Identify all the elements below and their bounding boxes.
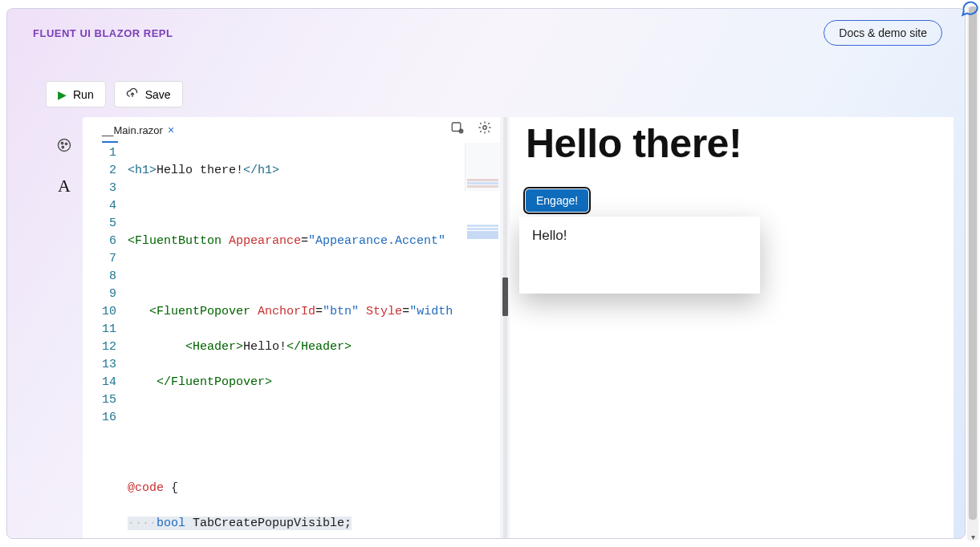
toolbar: ▶ Run Save	[46, 81, 965, 107]
close-icon[interactable]: ×	[168, 124, 174, 136]
editor-pane: __Main.razor × 1 2 3	[83, 117, 500, 538]
svg-point-1	[61, 142, 63, 144]
app-frame: FLUENT UI BLAZOR REPL Docs & demo site ▶…	[6, 8, 966, 539]
chat-bubble-icon[interactable]	[959, 0, 980, 21]
svg-point-2	[65, 143, 67, 144]
svg-point-0	[59, 140, 71, 152]
brand-title: FLUENT UI BLAZOR REPL	[33, 27, 173, 39]
run-button[interactable]: ▶ Run	[46, 81, 106, 107]
tab-actions	[450, 120, 492, 138]
workarea: A __Main.razor ×	[46, 117, 954, 538]
preview-heading: Hello there!	[526, 120, 937, 167]
splitter-handle[interactable]	[502, 278, 508, 316]
header: FLUENT UI BLAZOR REPL Docs & demo site	[7, 9, 965, 46]
palette-icon[interactable]	[56, 137, 72, 156]
preview-pane: Hello there! Engage! Hello!	[510, 117, 954, 538]
save-label: Save	[145, 88, 171, 101]
scrollbar-thumb[interactable]	[969, 6, 977, 520]
popover-header: Hello!	[532, 228, 747, 244]
left-rail: A	[46, 117, 83, 538]
save-button[interactable]: Save	[114, 81, 183, 107]
code-editor[interactable]: 1 2 3 4 5 6 7 8 9 10 11 12 13 14 15 16	[83, 143, 500, 538]
engage-button[interactable]: Engage!	[526, 189, 588, 212]
popover: Hello!	[519, 217, 760, 294]
scroll-down-icon[interactable]: ▾	[967, 531, 978, 542]
code-body[interactable]: <h1>Hello there!</h1> <FluentButton Appe…	[128, 143, 500, 538]
svg-point-6	[483, 126, 487, 130]
tab-filename: __Main.razor	[102, 124, 163, 136]
tab-active-underline	[102, 141, 118, 143]
play-icon: ▶	[58, 88, 67, 101]
pane-splitter[interactable]	[500, 117, 510, 538]
file-tab[interactable]: __Main.razor ×	[97, 120, 179, 140]
letter-a-icon[interactable]: A	[58, 176, 71, 197]
docs-demo-button[interactable]: Docs & demo site	[823, 20, 942, 46]
tab-bar: __Main.razor ×	[83, 117, 500, 143]
settings-gear-icon[interactable]	[478, 120, 492, 138]
svg-point-3	[62, 146, 63, 148]
minimap[interactable]	[465, 143, 500, 191]
cloud-upload-icon	[126, 87, 139, 102]
split-editor-icon[interactable]	[450, 120, 465, 138]
run-label: Run	[73, 88, 94, 101]
page-scrollbar[interactable]: ▴ ▾	[967, 6, 978, 541]
line-gutter: 1 2 3 4 5 6 7 8 9 10 11 12 13 14 15 16	[83, 143, 128, 538]
